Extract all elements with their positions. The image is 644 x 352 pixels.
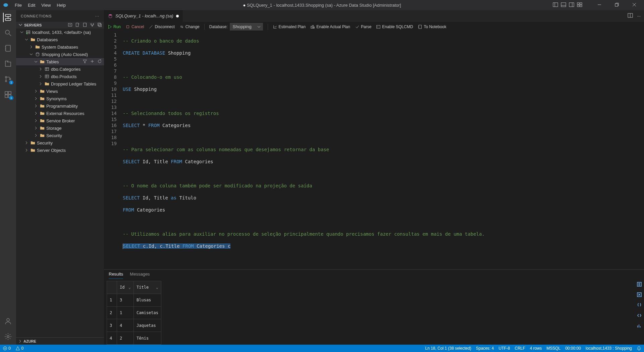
tree-views[interactable]: Views (16, 87, 104, 95)
chart-icon[interactable] (637, 323, 642, 330)
tree-external-resources[interactable]: External Resources (16, 110, 104, 117)
activity-search-icon[interactable] (3, 28, 13, 38)
svg-rect-54 (45, 75, 49, 78)
svg-point-25 (9, 78, 11, 80)
status-time[interactable]: 00:00:00 (565, 346, 581, 351)
toggle-panel-icon[interactable] (561, 2, 566, 8)
sidebar-more-icon[interactable]: ··· (95, 14, 99, 18)
filter-icon[interactable] (83, 59, 87, 65)
tree-security-inner[interactable]: Security (16, 132, 104, 139)
chevron-down-icon[interactable]: ⌄ (128, 285, 131, 290)
split-editor-icon[interactable] (628, 13, 633, 19)
run-button[interactable]: Run (107, 24, 121, 29)
layout-controls (553, 2, 582, 8)
new-query-icon[interactable] (75, 22, 80, 28)
tree-tables[interactable]: Tables (16, 58, 104, 65)
to-notebook-button[interactable]: To Notebook (418, 24, 446, 29)
window-restore-icon[interactable] (610, 2, 624, 8)
results-panel: Results Messages Id⌄ Title⌄ 13Blusas 21C… (104, 269, 644, 345)
new-connection-icon[interactable] (68, 22, 72, 28)
code-editor[interactable]: 12345678910111213141516171819 -- Criando… (104, 32, 644, 269)
add-icon[interactable] (90, 59, 95, 65)
status-errors[interactable]: 0 (3, 346, 11, 351)
enable-sqlcmd-button[interactable]: Enable SQLCMD (376, 24, 413, 29)
azure-section-header[interactable]: AZURE (16, 337, 104, 345)
tree-system-databases[interactable]: System Databases (16, 43, 104, 51)
menu-help[interactable]: Help (54, 1, 68, 9)
line-gutter: 12345678910111213141516171819 (104, 32, 123, 269)
svg-rect-15 (5, 18, 11, 20)
activity-connections-icon[interactable] (3, 13, 12, 22)
editor-more-icon[interactable]: ··· (637, 13, 641, 18)
toggle-primary-sidebar-icon[interactable] (553, 2, 558, 8)
status-connection[interactable]: localhost,1433 : Shopping (586, 346, 632, 351)
svg-rect-2 (561, 3, 566, 7)
tree-security[interactable]: Security (16, 139, 104, 146)
tree-server-objects[interactable]: Server Objects (16, 146, 104, 154)
results-side-toolbar (635, 279, 644, 345)
parse-button[interactable]: Parse (355, 24, 371, 29)
change-connection-button[interactable]: Change (179, 24, 200, 29)
tree-dbo-products[interactable]: dbo.Products (16, 73, 104, 80)
status-spaces[interactable]: Spaces: 4 (476, 346, 494, 351)
tree-programmability[interactable]: Programmability (16, 102, 104, 110)
code-content[interactable]: -- Criando o banco de dados CREATE DATAB… (123, 32, 644, 269)
chevron-down-icon[interactable]: ⌄ (156, 285, 158, 290)
table-row[interactable]: 34Jaquetas (107, 319, 161, 332)
menu-view[interactable]: View (39, 1, 53, 9)
svg-rect-63 (312, 25, 314, 28)
cancel-button[interactable]: Cancel (125, 24, 144, 29)
group-icon[interactable] (90, 22, 95, 28)
tree-synonyms[interactable]: Synonyms (16, 95, 104, 102)
menu-edit[interactable]: Edit (25, 1, 38, 9)
table-row[interactable]: 13Blusas (107, 294, 161, 306)
servers-section-header[interactable]: SERVERS (16, 22, 104, 28)
activity-source-control-icon[interactable]: 1 (3, 74, 13, 84)
status-eol[interactable]: CRLF (515, 346, 525, 351)
save-excel-icon[interactable] (637, 292, 642, 298)
svg-rect-8 (577, 5, 579, 7)
table-row[interactable]: 21Camisetas (107, 306, 161, 319)
table-row[interactable]: 42Tênis (107, 332, 161, 345)
activity-extensions-icon[interactable]: 1 (3, 90, 13, 99)
refresh-icon[interactable] (97, 59, 102, 65)
titlebar: File Edit View Help ● SQLQuery_1 - local… (0, 0, 644, 10)
tab-messages[interactable]: Messages (130, 272, 150, 279)
new-notebook-icon[interactable] (83, 22, 87, 28)
collapse-all-icon[interactable] (97, 22, 102, 28)
tree-service-broker[interactable]: Service Broker (16, 117, 104, 124)
status-rows[interactable]: 4 rows (530, 346, 542, 351)
tree-shopping-db[interactable]: Shopping (Auto Closed) (16, 51, 104, 58)
status-warnings[interactable]: 0 (15, 346, 23, 351)
save-xml-icon[interactable] (637, 313, 642, 319)
tree-server[interactable]: localhost, 1433, <default> (sa) (16, 28, 104, 36)
status-lang[interactable]: MSSQL (546, 346, 560, 351)
results-grid[interactable]: Id⌄ Title⌄ 13Blusas 21Camisetas 34Jaquet… (107, 281, 161, 345)
status-encoding[interactable]: UTF-8 (498, 346, 510, 351)
enable-actual-plan-button[interactable]: Enable Actual Plan (310, 24, 350, 29)
status-notifications-icon[interactable] (637, 346, 641, 351)
tree-storage[interactable]: Storage (16, 124, 104, 132)
activity-settings-icon[interactable] (3, 332, 13, 341)
save-csv-icon[interactable] (637, 282, 642, 288)
tab-results[interactable]: Results (109, 272, 123, 279)
save-json-icon[interactable] (637, 302, 642, 309)
tree-dbo-categories[interactable]: dbo.Categories (16, 65, 104, 73)
disconnect-button[interactable]: Disconnect (149, 24, 174, 29)
status-cursor[interactable]: Ln 18, Col 1 (38 selected) (425, 346, 471, 351)
activity-notebooks-icon[interactable] (3, 44, 13, 53)
customize-layout-icon[interactable] (577, 2, 582, 8)
toggle-secondary-sidebar-icon[interactable] (569, 2, 574, 8)
database-dropdown[interactable]: Shopping (230, 23, 263, 31)
activity-account-icon[interactable] (3, 316, 13, 326)
window-close-icon[interactable] (627, 2, 641, 8)
tree-dropped-ledger[interactable]: Dropped Ledger Tables (16, 80, 104, 87)
estimated-plan-button[interactable]: Estimated Plan (273, 24, 306, 29)
tree-databases[interactable]: Databases (16, 36, 104, 43)
svg-point-24 (5, 80, 7, 82)
activity-explorer-icon[interactable] (3, 59, 13, 68)
tab-sqlquery[interactable]: SQLQuery_1 - localh...ng (sa) (104, 10, 183, 22)
menu-file[interactable]: File (12, 1, 24, 9)
svg-point-57 (109, 14, 112, 15)
window-minimize-icon[interactable] (592, 2, 606, 8)
